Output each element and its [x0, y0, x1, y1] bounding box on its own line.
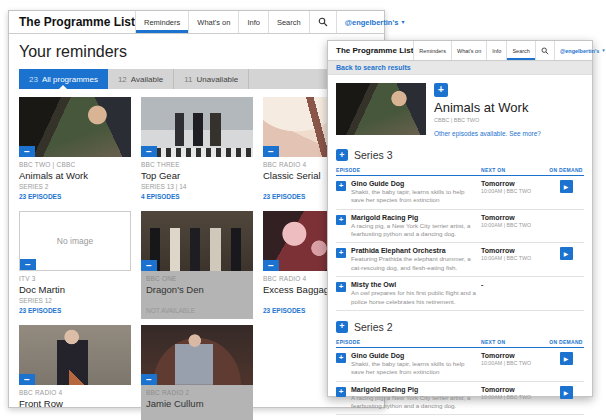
back-to-search-link[interactable]: Back to search results	[328, 61, 592, 75]
episode-next-date: Tomorrow	[481, 214, 543, 221]
programme-card-image: −	[141, 211, 253, 271]
card-title: Jamie Cullum	[146, 398, 248, 409]
add-programme-reminder-button[interactable]: +	[434, 83, 448, 97]
series-name: Series 2	[354, 321, 393, 333]
nav-item[interactable]: Reminders	[413, 41, 451, 60]
add-series-reminder-button[interactable]: +	[336, 321, 348, 333]
episode-info: Gino Guide Dog Shakti, the baby tapir, l…	[351, 352, 481, 377]
account-label: @engelbertin's	[345, 18, 399, 27]
play-button[interactable]: ▶	[560, 180, 573, 193]
episode-row: + Gino Guide Dog Shakti, the baby tapir,…	[336, 176, 584, 210]
episode-description: An owl prepares for his first public fli…	[351, 289, 477, 306]
remove-reminder-button[interactable]: −	[141, 260, 157, 271]
filter-tab[interactable]: 23 All programmes	[19, 69, 108, 89]
programme-card-body: ITV 3 Doc Martin SERIES 12 23 EPISODES	[19, 271, 131, 319]
programme-card[interactable]: No image − ITV 3 Doc Martin SERIES 12 23…	[19, 211, 131, 319]
app-header: The Programme List Reminders What's on I…	[328, 41, 592, 61]
page-title: Your reminders	[19, 43, 374, 61]
episode-description: Shakti, the baby tapir, learns skills to…	[351, 188, 477, 205]
episode-next-date: Tomorrow	[481, 247, 543, 254]
remove-reminder-button[interactable]: −	[20, 259, 36, 270]
nav-item-label: Info	[492, 48, 501, 54]
search-icon	[318, 17, 328, 27]
programme-card[interactable]: − BBC ONE Dragon's Den NOT AVAILABLE	[141, 211, 253, 319]
desktop: The Programme List Reminders What's on I…	[0, 0, 606, 420]
episode-on-demand: ▶	[548, 247, 584, 260]
add-episode-reminder-button[interactable]: +	[336, 387, 346, 397]
card-channel: ITV 3	[19, 275, 131, 282]
app-title: The Programme List	[19, 15, 135, 29]
remove-reminder-button[interactable]: −	[263, 260, 279, 271]
add-episode-reminder-button[interactable]: +	[336, 282, 346, 292]
play-icon: ▶	[564, 355, 569, 362]
nav-item[interactable]: What's on	[188, 11, 238, 33]
plus-icon: +	[438, 85, 444, 95]
card-channel: BBC ONE	[146, 275, 248, 282]
remove-reminder-button[interactable]: −	[19, 146, 35, 157]
episode-next-on: -	[481, 281, 543, 289]
nav-item[interactable]: Search	[268, 11, 309, 33]
plus-icon: +	[339, 182, 344, 190]
series-section: + Series 2 EPISODE NEXT ON ON DEMAND +	[336, 316, 584, 420]
add-episode-reminder-button[interactable]: +	[336, 181, 346, 191]
remove-reminder-button[interactable]: −	[19, 374, 35, 385]
episode-on-demand: ▶	[548, 352, 584, 365]
episode-description: Shakti, the baby tapir, learns skills to…	[351, 360, 477, 377]
plus-icon: +	[339, 388, 344, 396]
play-icon: ▶	[564, 250, 569, 257]
play-icon: ▶	[564, 389, 569, 396]
series-header: + Series 3	[336, 144, 584, 167]
card-title: Animals at Work	[19, 170, 131, 181]
minus-icon: −	[146, 261, 152, 271]
programme-card[interactable]: − BBC TWO | CBBC Animals at Work SERIES …	[19, 97, 131, 205]
programme-card-image: −	[19, 325, 131, 385]
nav-item[interactable]: What's on	[451, 41, 486, 60]
nav-item[interactable]: Info	[238, 11, 268, 33]
play-button[interactable]: ▶	[560, 352, 573, 365]
filter-tab[interactable]: 11 Unavailable	[174, 69, 249, 89]
episode-title: Marigold Racing Pig	[351, 214, 477, 221]
programme-card[interactable]: − BBC RADIO 2 Jamie Cullum NOT AVAILABLE	[141, 325, 253, 420]
plus-icon: +	[339, 354, 344, 362]
card-channel: BBC THREE	[141, 161, 253, 168]
series-section: + Series 3 EPISODE NEXT ON ON DEMAND +	[336, 144, 584, 311]
account-menu[interactable]: @engelbertin's ▾	[554, 41, 606, 60]
episode-description: Featuring Prathida the elephant drummer,…	[351, 255, 477, 272]
play-button[interactable]: ▶	[560, 247, 573, 260]
programme-card-image: −	[141, 97, 253, 157]
episode-info: Gino Guide Dog Shakti, the baby tapir, l…	[351, 180, 481, 205]
remove-reminder-button[interactable]: −	[263, 146, 279, 157]
episode-description: A racing pig, a New York City terrier ar…	[351, 222, 477, 239]
nav-item[interactable]: Reminders	[135, 11, 188, 33]
tab-label: Unavailable	[196, 75, 238, 84]
programme-card-body: BBC THREE Top Gear SERIES 13 | 14 4 EPIS…	[141, 157, 253, 205]
card-channel: BBC RADIO 4	[19, 389, 131, 396]
remove-reminder-button[interactable]: −	[141, 146, 157, 157]
tab-count: 12	[118, 75, 127, 84]
nav-search-icon-cell[interactable]	[309, 11, 336, 33]
search-detail-window: The Programme List Reminders What's on I…	[327, 40, 593, 397]
plus-icon: +	[339, 322, 344, 331]
episode-row: + Gino Guide Dog Shakti, the baby tapir,…	[336, 348, 584, 382]
play-button[interactable]: ▶	[560, 386, 573, 399]
nav-item[interactable]: Info	[486, 41, 506, 60]
episode-next-date: Tomorrow	[481, 386, 543, 393]
nav-item[interactable]: Search	[506, 41, 534, 60]
filter-tab[interactable]: 12 Available	[108, 69, 174, 89]
add-episode-reminder-button[interactable]: +	[336, 215, 346, 225]
add-episode-reminder-button[interactable]: +	[336, 248, 346, 258]
card-series: SERIES 12	[19, 297, 131, 305]
see-more-link[interactable]: Other episodes available. See more?	[434, 130, 584, 137]
add-series-reminder-button[interactable]: +	[336, 149, 348, 161]
plus-icon: +	[339, 249, 344, 257]
episode-next-date: Tomorrow	[481, 352, 543, 359]
remove-reminder-button[interactable]: −	[141, 374, 157, 385]
account-menu[interactable]: @engelbertin's ▾	[336, 11, 413, 33]
episode-row: + Prathida Elephant Orchestra Featuring …	[336, 415, 584, 420]
nav-search-icon-cell[interactable]	[535, 41, 554, 60]
minus-icon: −	[268, 261, 274, 271]
programme-card[interactable]: − BBC THREE Top Gear SERIES 13 | 14 4 EP…	[141, 97, 253, 205]
add-episode-reminder-button[interactable]: +	[336, 353, 346, 363]
episode-next-detail: 10:00AM | BBC TWO	[481, 188, 543, 194]
programme-card[interactable]: − BBC RADIO 4 Front Row 41 EPISODES	[19, 325, 131, 420]
